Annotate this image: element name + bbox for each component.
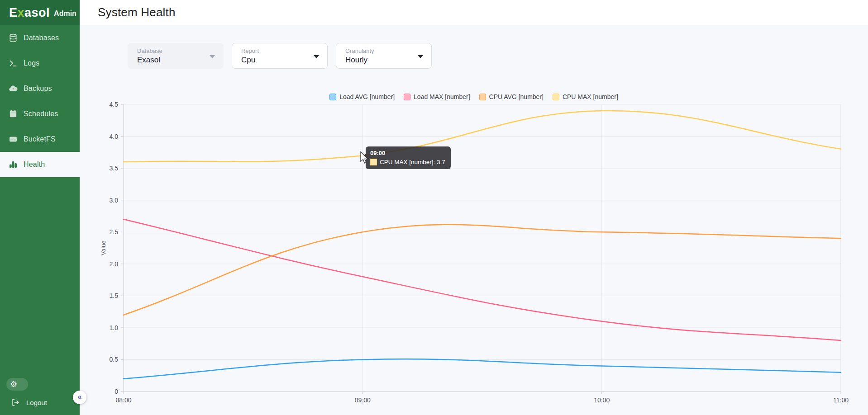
sidebar-item-label: Schedules: [24, 110, 58, 118]
tooltip-text: CPU MAX [number]: 3.7: [380, 159, 445, 165]
svg-text:2.5: 2.5: [110, 228, 119, 236]
sidebar-item-health[interactable]: Health: [0, 152, 80, 177]
sidebar-item-label: BucketFS: [24, 135, 56, 143]
legend-swatch: [553, 94, 559, 100]
logout-button[interactable]: Logout: [11, 398, 47, 407]
svg-text:3.0: 3.0: [110, 197, 119, 204]
gear-icon: ⚙: [10, 380, 17, 388]
svg-text:1.0: 1.0: [110, 324, 119, 331]
storage-icon: [9, 135, 18, 144]
sidebar-item-schedules[interactable]: Schedules: [0, 101, 80, 127]
chevron-down-icon: [418, 55, 423, 58]
select-value: Hourly: [345, 56, 423, 65]
sidebar-item-label: Databases: [24, 34, 59, 42]
svg-text:1.5: 1.5: [110, 292, 119, 299]
legend-swatch: [479, 94, 486, 100]
database-select[interactable]: Database Exasol: [128, 43, 224, 69]
svg-text:0.5: 0.5: [110, 356, 119, 363]
report-select[interactable]: Report Cpu: [232, 43, 328, 69]
sidebar-item-label: Health: [24, 160, 45, 169]
legend-swatch: [404, 94, 410, 100]
page-title: System Health: [98, 5, 176, 19]
chart-canvas[interactable]: 00.51.01.52.02.53.03.54.04.508:0009:0010…: [80, 77, 868, 415]
sidebar: Exasol Admin Databases Logs Backups Sc: [0, 0, 80, 415]
filters-bar: Database Exasol Report Cpu Granularity H…: [128, 43, 432, 69]
legend-item-cpu-avg[interactable]: CPU AVG [number]: [479, 93, 544, 100]
legend-item-cpu-max[interactable]: CPU MAX [number]: [553, 93, 618, 100]
sidebar-item-label: Backups: [24, 85, 52, 93]
y-axis-label: Value: [100, 241, 107, 255]
sidebar-item-logs[interactable]: Logs: [0, 51, 80, 76]
legend-item-load-max[interactable]: Load MAX [number]: [404, 93, 470, 100]
select-value: Exasol: [137, 56, 215, 65]
chart-area[interactable]: Load AVG [number] Load MAX [number] CPU …: [80, 77, 868, 415]
sidebar-item-databases[interactable]: Databases: [0, 25, 80, 51]
cloud-upload-icon: [9, 84, 18, 93]
svg-text:09:00: 09:00: [355, 396, 371, 404]
sidebar-item-label: Logs: [24, 59, 40, 67]
chevron-double-left-icon: «: [78, 393, 82, 401]
database-icon: [9, 33, 18, 42]
sidebar-collapse-button[interactable]: «: [73, 391, 86, 404]
svg-text:08:00: 08:00: [115, 396, 131, 404]
granularity-select[interactable]: Granularity Hourly: [336, 43, 432, 69]
svg-text:11:00: 11:00: [833, 396, 849, 404]
chevron-down-icon: [210, 55, 215, 58]
chart-legend: Load AVG [number] Load MAX [number] CPU …: [80, 93, 868, 100]
svg-text:0: 0: [114, 388, 118, 395]
svg-text:2.0: 2.0: [110, 260, 119, 268]
svg-text:4.5: 4.5: [110, 101, 119, 108]
logo: Exasol Admin: [0, 0, 80, 25]
sidebar-item-bucketfs[interactable]: BucketFS: [0, 127, 80, 152]
settings-button[interactable]: ⚙: [6, 378, 28, 391]
legend-swatch: [329, 94, 336, 100]
sidebar-item-backups[interactable]: Backups: [0, 76, 80, 101]
legend-item-load-avg[interactable]: Load AVG [number]: [329, 93, 395, 100]
select-label: Database: [137, 47, 215, 54]
sidebar-menu: Databases Logs Backups Schedules BucketF…: [0, 25, 80, 177]
logo-text: Exasol: [9, 6, 50, 20]
logo-accent-x: x: [18, 6, 25, 19]
bar-chart-icon: [9, 160, 18, 169]
select-label: Report: [241, 47, 319, 54]
tooltip-title: 09:00: [370, 150, 445, 156]
logout-icon: [11, 398, 20, 407]
svg-text:4.0: 4.0: [110, 133, 119, 140]
logo-suffix: Admin: [54, 8, 76, 18]
svg-text:10:00: 10:00: [594, 396, 610, 404]
calendar-icon: [9, 109, 18, 118]
chart-tooltip: 09:00 CPU MAX [number]: 3.7: [366, 146, 451, 169]
select-label: Granularity: [345, 47, 423, 54]
tooltip-swatch: [370, 159, 377, 165]
mouse-cursor-icon: [360, 151, 370, 165]
logout-label: Logout: [26, 399, 47, 406]
terminal-icon: [9, 59, 18, 68]
select-value: Cpu: [241, 56, 319, 65]
svg-text:3.5: 3.5: [110, 165, 119, 172]
chevron-down-icon: [314, 55, 319, 58]
header: System Health: [80, 0, 868, 25]
